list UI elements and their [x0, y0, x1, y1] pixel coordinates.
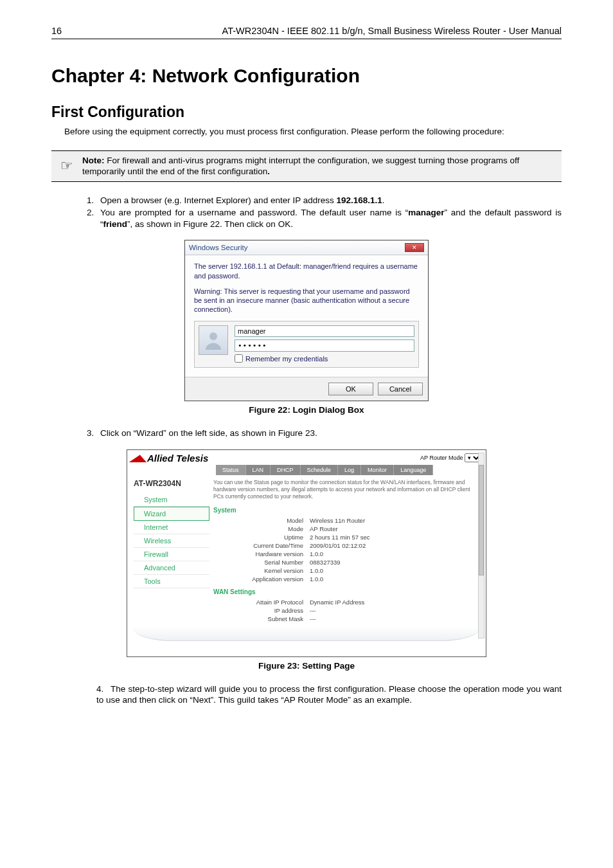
close-icon[interactable]: ✕ — [405, 243, 424, 252]
windows-security-dialog: Windows Security ✕ The server 192.168.1.… — [184, 240, 429, 401]
status-description: You can use the Status page to monitor t… — [213, 479, 475, 500]
note-icon: ☞ — [58, 155, 82, 174]
dialog-msg1: The server 192.168.1.1 at Default: manag… — [194, 262, 419, 280]
sidebar-item-wireless[interactable]: Wireless — [134, 534, 209, 548]
tab-status[interactable]: Status — [216, 465, 246, 475]
tab-monitor[interactable]: Monitor — [361, 465, 394, 475]
figure-23-caption: Figure 23: Setting Page — [51, 661, 562, 671]
dialog-warning: Warning: This server is requesting that … — [194, 287, 419, 314]
tab-log[interactable]: Log — [338, 465, 361, 475]
ap-mode-select[interactable]: AP Router Mode ▾ — [420, 453, 482, 462]
step-1: Open a browser (e.g. Internet Explorer) … — [96, 195, 562, 206]
scrollbar[interactable] — [478, 453, 484, 638]
kv-uptime: Uptime2 hours 11 min 57 sec — [213, 533, 475, 541]
sidebar-item-advanced[interactable]: Advanced — [134, 561, 209, 575]
step-4: 4.The step-to-step wizard will guide you… — [96, 683, 562, 706]
chapter-title: Chapter 4: Network Configuration — [51, 65, 562, 87]
sidebar-item-system[interactable]: System — [134, 493, 209, 507]
allied-telesis-logo: ◢◣ Allied Telesis — [131, 453, 208, 464]
kv-mode: ModeAP Router — [213, 525, 475, 533]
kv-attain: Attain IP ProtocolDynamic IP Address — [213, 598, 475, 606]
kv-datetime: Current Date/Time2009/01/01 02:12:02 — [213, 541, 475, 550]
svg-point-0 — [209, 332, 217, 340]
tab-language[interactable]: Language — [394, 465, 433, 475]
dialog-titlebar: Windows Security ✕ — [185, 240, 428, 255]
kv-serial: Serial Number088327339 — [213, 558, 475, 566]
note-label: Note: — [82, 156, 105, 165]
cancel-button[interactable]: Cancel — [378, 383, 423, 395]
sidebar-item-firewall[interactable]: Firewall — [134, 548, 209, 561]
tab-schedule[interactable]: Schedule — [301, 465, 339, 475]
kv-mask: Subnet Mask--- — [213, 615, 475, 623]
logo-icon: ◢◣ — [130, 453, 147, 463]
kv-kernel: Kernel version1.0.0 — [213, 566, 475, 575]
footer-curve — [134, 627, 479, 641]
page-number: 16 — [51, 26, 62, 36]
router-settings-screenshot: ◢◣ Allied Telesis AP Router Mode ▾ Statu… — [127, 449, 486, 657]
dialog-title: Windows Security — [189, 244, 247, 251]
main-panel: You can use the Status page to monitor t… — [209, 479, 479, 623]
username-input[interactable] — [235, 325, 414, 337]
kv-ip: IP address--- — [213, 606, 475, 615]
remember-checkbox-box[interactable] — [235, 354, 243, 363]
ok-button[interactable]: OK — [328, 383, 373, 395]
kv-model: ModelWireless 11n Router — [213, 516, 475, 525]
page-header: 16 AT-WR2304N - IEEE 802.11 b/g/n, Small… — [51, 26, 562, 39]
router-model: AT-WR2304N — [134, 479, 209, 488]
note-box: ☞ Note: For firewall and anti-virus prog… — [51, 150, 562, 182]
tab-lan[interactable]: LAN — [246, 465, 271, 475]
remember-checkbox[interactable]: Remember my credentials — [235, 354, 414, 363]
section-title: First Configuration — [51, 104, 562, 121]
password-input[interactable] — [235, 339, 414, 352]
step-3: Click on “Wizard” on the left side, as s… — [96, 428, 562, 439]
kv-appver: Application version1.0.0 — [213, 575, 475, 583]
section-intro: Before using the equipment correctly, yo… — [64, 126, 562, 138]
wan-heading: WAN Settings — [213, 588, 475, 595]
system-heading: System — [213, 507, 475, 514]
sidebar: AT-WR2304N System Wizard Internet Wirele… — [134, 479, 209, 623]
top-menu: Status LAN DHCP Schedule Log Monitor Lan… — [216, 465, 482, 475]
kv-hwver: Hardware version1.0.0 — [213, 550, 475, 558]
figure-22-caption: Figure 22: Login Dialog Box — [51, 405, 562, 415]
sidebar-item-internet[interactable]: Internet — [134, 521, 209, 534]
step-2: You are prompted for a username and pass… — [96, 207, 562, 230]
doc-title: AT-WR2304N - IEEE 802.11 b/g/n, Small Bu… — [222, 26, 562, 36]
note-text: Note: For firewall and anti-virus progra… — [82, 155, 555, 177]
sidebar-item-tools[interactable]: Tools — [134, 575, 209, 588]
avatar-icon — [199, 325, 228, 355]
tab-dhcp[interactable]: DHCP — [271, 465, 301, 475]
credentials-row: Remember my credentials — [194, 321, 419, 368]
sidebar-item-wizard[interactable]: Wizard — [134, 507, 209, 521]
